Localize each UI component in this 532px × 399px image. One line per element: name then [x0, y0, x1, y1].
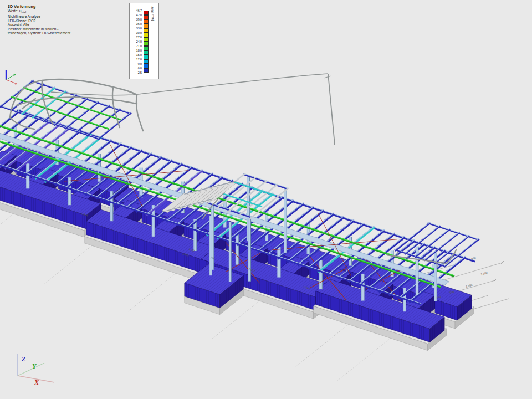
legend-value-label: 33.0	[131, 27, 142, 30]
legend-value-label: 27.0	[131, 35, 142, 39]
legend-color-cell	[144, 15, 149, 19]
legend-value-label: 12.0	[131, 58, 142, 61]
legend-color-cell	[144, 64, 149, 68]
result-info-line: LFK-Klasse: RC2	[8, 19, 70, 23]
y-axis-label: Y	[32, 362, 37, 370]
legend-value-label: 21.0	[131, 44, 142, 48]
legend-value-label: 30.0	[131, 31, 142, 34]
mini-x-axis-icon	[6, 80, 17, 84]
legend-value-label: 46.7	[131, 9, 142, 12]
legend-value-label: 18.0	[131, 49, 142, 52]
legend-color-cell	[144, 11, 149, 15]
mini-x-arrow-icon	[14, 84, 17, 85]
overhead-wire	[51, 74, 335, 145]
legend-value-label: 9.0	[131, 62, 142, 65]
legend-value-label: 42.0	[131, 13, 142, 17]
legend-title: utotal [mm]	[151, 6, 155, 21]
legend-panel[interactable]: utotal [mm] 46.742.039.036.033.030.027.0…	[129, 3, 159, 79]
legend-color-cell	[144, 68, 149, 73]
legend-value-label: 36.0	[131, 22, 142, 25]
result-info-lines: Nichtlineare AnalyseLFK-Klasse: RC2Auswa…	[8, 14, 70, 35]
result-info-title: 3D Verformung	[8, 4, 70, 9]
legend-value-label: 2.5	[131, 71, 142, 74]
result-info-line: teilbezogen, System: LKS-Netzelement	[8, 31, 70, 35]
y-axis-line	[18, 363, 44, 376]
mini-axis-indicator	[2, 66, 27, 89]
result-info-line: Auswahl: Alle	[8, 23, 70, 27]
legend-color-cell	[144, 33, 149, 37]
result-info-panel: 3D Verformung Werte: utotal Nichtlineare…	[8, 4, 70, 35]
global-axis-triad: Z Y X	[9, 349, 75, 389]
legend-color-cell	[144, 24, 149, 28]
legend-color-cell	[144, 28, 149, 33]
mini-y-axis-icon	[6, 74, 16, 80]
viewport-3d[interactable]: 1.9741.9357741.9322.095105.04509001.9951…	[0, 0, 532, 399]
dimension-label: 1.100	[480, 271, 488, 276]
result-info-line: Nichtlineare Analyse	[8, 14, 70, 19]
legend-value-label: 15.0	[131, 53, 142, 57]
legend-value-label: 39.0	[131, 18, 142, 21]
x-axis-label: X	[34, 378, 39, 386]
legend-value-label: 24.0	[131, 40, 142, 43]
viewport-background: 1.9741.9357741.9322.095105.04509001.9951…	[0, 0, 532, 399]
legend-color-cell	[144, 55, 149, 59]
result-info-line: Position: Mittelwerte in Knoten -	[8, 27, 70, 32]
legend-color-cell	[144, 42, 149, 46]
legend-color-cell	[144, 50, 149, 55]
z-axis-label: Z	[21, 355, 26, 363]
dimension-label: 1.995	[466, 283, 473, 288]
dimension-label: 960	[471, 256, 477, 260]
legend-color-cell	[144, 59, 149, 64]
result-info-werte: Werte: utotal	[8, 9, 70, 15]
legend-color-cell	[144, 46, 149, 50]
legend-value-label: 6.0	[131, 66, 142, 70]
legend-color-cell	[144, 37, 149, 42]
legend-color-cell	[144, 19, 149, 24]
